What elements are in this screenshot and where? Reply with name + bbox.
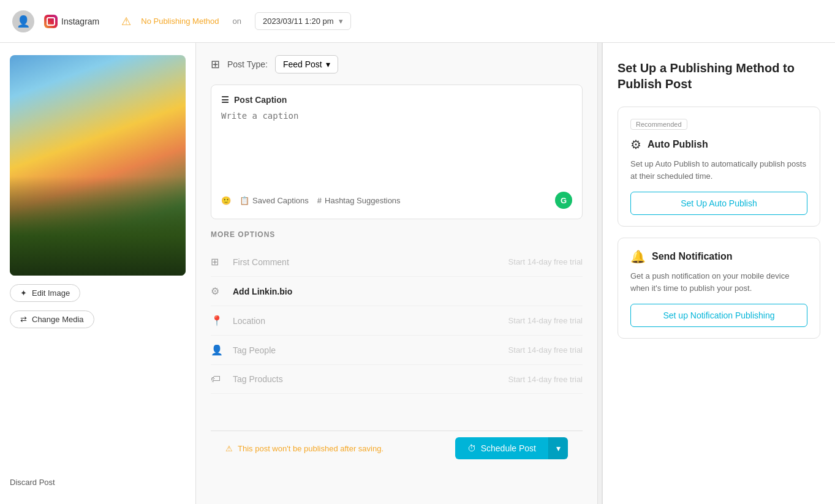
grammarly-badge: G [555,192,572,209]
caption-footer: 🙂 📋 Saved Captions # Hashtag Suggestions… [221,192,572,209]
emoji-button[interactable]: 🙂 [221,196,231,205]
first-comment-label: First Comment [233,257,508,267]
notification-desc: Get a push notification on your mobile d… [630,270,807,294]
chevron-down-icon: ▾ [326,59,330,69]
right-panel-title: Set Up a Publishing Method to Publish Po… [618,60,820,92]
warning-notice-text: This post won't be published after savin… [238,444,383,453]
edit-image-icon: ✦ [20,288,27,298]
date-picker[interactable]: 2023/03/11 1:20 pm ▾ [255,12,351,30]
first-comment-icon: ⊞ [211,256,233,268]
caption-tools: 🙂 📋 Saved Captions # Hashtag Suggestions [221,196,401,205]
center-panel: ⊞ Post Type: Feed Post ▾ ☰ Post Caption … [196,43,597,504]
tag-people-trial: Start 14-day free trial [508,345,583,355]
location-label: Location [233,316,508,326]
tag-people-label: Tag People [233,345,508,355]
linkinbio-row[interactable]: ⚙ Add Linkin.bio [211,277,583,306]
right-panel: Set Up a Publishing Method to Publish Po… [602,43,835,504]
discard-post-button[interactable]: Discard Post [10,473,186,492]
instagram-icon [44,15,58,28]
warning-triangle-icon: ⚠ [225,444,233,453]
scroll-divider [597,43,602,504]
caption-icon: ☰ [221,95,229,105]
schedule-label: Schedule Post [481,443,536,453]
hashtag-icon: # [317,196,322,205]
chevron-down-icon: ▾ [339,17,343,26]
hashtag-suggestions-button[interactable]: # Hashtag Suggestions [317,196,401,205]
clock-icon: ⏱ [467,443,476,453]
notification-title-row: 🔔 Send Notification [630,249,807,264]
caption-textarea[interactable] [221,111,572,184]
change-media-icon: ⇄ [20,315,27,324]
change-media-button[interactable]: ⇄ Change Media [10,310,94,328]
tag-people-row: 👤 Tag People Start 14-day free trial [211,336,583,365]
more-options-label: MORE OPTIONS [211,230,583,239]
more-options-section: MORE OPTIONS ⊞ First Comment Start 14-da… [211,230,583,394]
warning-notice: ⚠ This post won't be published after sav… [225,444,383,453]
linkinbio-icon: ⚙ [211,285,233,297]
location-icon: 📍 [211,315,233,326]
post-image [10,55,186,276]
tag-products-icon: 🏷 [211,374,233,385]
account-avatar: 👤 [12,10,34,32]
auto-publish-icon: ⚙ [630,137,641,152]
location-row: 📍 Location Start 14-day free trial [211,306,583,336]
tag-people-icon: 👤 [211,344,233,356]
bell-icon: 🔔 [630,249,646,264]
post-image-inner [10,55,186,276]
caption-box: ☰ Post Caption 🙂 📋 Saved Captions # Hash… [211,85,583,219]
auto-publish-card: Recommended ⚙ Auto Publish Set up Auto P… [618,107,820,227]
send-notification-card: 🔔 Send Notification Get a push notificat… [618,238,820,339]
saved-captions-icon: 📋 [240,196,249,205]
auto-publish-title-row: ⚙ Auto Publish [630,137,807,152]
emoji-icon: 🙂 [221,196,231,205]
post-type-row: ⊞ Post Type: Feed Post ▾ [211,55,583,73]
edit-image-label: Edit Image [32,288,70,298]
set-up-auto-publish-button[interactable]: Set Up Auto Publish [630,192,807,215]
top-bar: 👤 Instagram ⚠ No Publishing Method on 20… [0,0,835,43]
notification-title: Send Notification [652,251,733,262]
hashtag-label: Hashtag Suggestions [325,196,401,205]
date-value: 2023/03/11 1:20 pm [263,17,334,26]
warning-icon: ⚠ [121,15,131,28]
no-publishing-label: No Publishing Method [141,17,219,26]
tag-products-row: 🏷 Tag Products Start 14-day free trial [211,365,583,394]
first-comment-row: ⊞ First Comment Start 14-day free trial [211,247,583,277]
post-type-label: Post Type: [227,59,268,69]
caption-title: Post Caption [234,95,287,105]
tag-products-trial: Start 14-day free trial [508,375,583,384]
auto-publish-title: Auto Publish [648,139,708,150]
first-comment-trial: Start 14-day free trial [508,257,583,266]
discard-label: Discard Post [10,478,55,487]
schedule-dropdown-button[interactable]: ▾ [548,437,568,459]
on-label: on [232,17,241,26]
post-type-value: Feed Post [283,59,322,69]
linkinbio-label: Add Linkin.bio [233,287,583,296]
tag-products-label: Tag Products [233,374,508,384]
auto-publish-desc: Set up Auto Publish to automatically pub… [630,158,807,182]
edit-image-button[interactable]: ✦ Edit Image [10,284,80,302]
schedule-btn-group: ⏱ Schedule Post ▾ [455,437,568,459]
post-type-select[interactable]: Feed Post ▾ [275,55,338,73]
location-trial: Start 14-day free trial [508,316,583,325]
left-panel: ✦ Edit Image ⇄ Change Media Discard Post [0,43,196,504]
change-media-label: Change Media [32,315,84,324]
instagram-label: Instagram [61,17,99,26]
chevron-down-icon: ▾ [556,443,561,453]
instagram-badge: Instagram [44,15,99,28]
set-up-notification-button[interactable]: Set up Notification Publishing [630,304,807,327]
saved-captions-button[interactable]: 📋 Saved Captions [240,196,309,205]
saved-captions-label: Saved Captions [252,196,309,205]
caption-header: ☰ Post Caption [221,95,572,105]
bottom-bar: ⚠ This post won't be published after sav… [211,431,583,465]
grid-icon: ⊞ [211,58,220,71]
schedule-post-button[interactable]: ⏱ Schedule Post [455,437,548,459]
recommended-badge: Recommended [630,119,687,130]
